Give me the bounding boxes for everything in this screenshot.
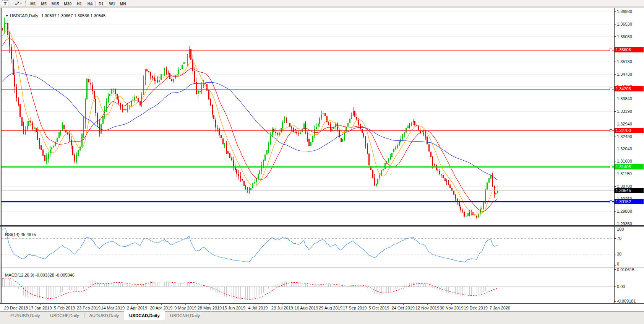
- date-tick-label: 29 Dec 2018: [4, 306, 28, 310]
- arrows-tool-button[interactable]: ▾: [14, 1, 23, 6]
- toolbar-separator: [11, 1, 11, 6]
- tab-usdchf-daily[interactable]: USDCHF,Daily: [45, 312, 84, 319]
- symbol-tab-bar: EURUSD,DailyUSDCHF,DailyAUDUSD,DailyUSDC…: [0, 311, 644, 324]
- price-tick-label: 1.31600: [617, 159, 632, 163]
- timeframe-button-m30[interactable]: M30: [62, 1, 73, 7]
- date-tick-label: 4 Jul 2019: [248, 306, 268, 310]
- price-tag-1.30152: 1.30152: [615, 199, 644, 204]
- date-tick-label: 30 Nov 2019: [440, 306, 463, 310]
- price-tick-label: 1.35180: [617, 59, 632, 64]
- timeframe-button-d1[interactable]: D1: [96, 1, 106, 7]
- tab-separator: [205, 313, 205, 318]
- macd-tick-label: 0.00: [617, 284, 625, 289]
- dropdown-caret-icon: ▾: [20, 2, 22, 5]
- timeframe-button-mn[interactable]: MN: [118, 1, 128, 7]
- price-tag-1.35606: 1.35606: [615, 47, 644, 52]
- tab-usdcad-daily[interactable]: USDCAD,Daily: [124, 311, 165, 320]
- tab-audusd-daily[interactable]: AUDUSD,Daily: [84, 312, 124, 319]
- price-tick-label: 1.32040: [617, 147, 632, 151]
- rsi-tick-label: 100: [617, 227, 624, 231]
- date-tick-label: 29 Aug 2019: [319, 306, 342, 310]
- rsi-name: RSI(14): [5, 232, 19, 237]
- svg-text:1.34206: 1.34206: [616, 86, 631, 91]
- date-tick-label: 5 Oct 2019: [369, 306, 389, 310]
- text-tool-button[interactable]: T: [2, 0, 8, 6]
- date-tick-label: 17 Jan 2019: [29, 306, 52, 310]
- macd-signal-value: -0.005046: [55, 273, 75, 277]
- rsi-tick-label: 30: [617, 252, 621, 256]
- date-tick-label: 23 Feb 2019: [77, 306, 101, 310]
- rsi-indicator-label: RSI(14) 45.4875: [3, 228, 36, 237]
- date-tick-label: 28 May 2019: [198, 306, 222, 310]
- rsi-tick-label: 0: [617, 262, 619, 266]
- tab-eurusd-daily[interactable]: EURUSD,Daily: [5, 312, 45, 319]
- date-tick-label: 5 Feb 2019: [54, 306, 75, 310]
- date-tick-label: 20 Apr 2019: [150, 306, 172, 310]
- hline-handle[interactable]: [610, 201, 612, 203]
- date-tick-label: 19 Dec 2019: [464, 306, 488, 310]
- date-tick-label: 14 Mar 2019: [101, 306, 125, 310]
- date-tick-label: 2 Apr 2019: [127, 306, 147, 310]
- timeframe-button-h1[interactable]: H1: [74, 1, 84, 7]
- tab-usdcnh-daily[interactable]: USDCNH,Daily: [165, 312, 205, 319]
- timeframe-buttons: M1M5M15M30H1H4D1W1MN: [28, 0, 128, 7]
- price-tick-label: 1.33840: [617, 96, 632, 101]
- hline-handle[interactable]: [610, 166, 612, 168]
- chart-symbol-label: USDCAD,Daily: [10, 13, 38, 18]
- svg-text:1.30545: 1.30545: [616, 188, 631, 193]
- timeframe-button-m1[interactable]: M1: [28, 1, 38, 7]
- macd-main-value: -0.003328: [36, 273, 55, 277]
- price-tick-label: 1.33390: [617, 109, 632, 114]
- hline-handle[interactable]: [610, 130, 612, 132]
- price-tick-label: 1.29350: [617, 221, 632, 226]
- toolbar-separator: [25, 1, 26, 6]
- price-tick-label: 1.36530: [617, 22, 632, 26]
- date-tick-label: 7 Jan 2020: [490, 306, 510, 310]
- svg-text:1.30152: 1.30152: [616, 199, 631, 204]
- date-tick-label: 24 Oct 2019: [392, 306, 415, 310]
- chart-title: ▼USDCAD,Daily1.30537 1.30667 1.30536 1.3…: [3, 9, 105, 18]
- price-tag-1.32700: 1.32700: [615, 128, 644, 133]
- price-tick-label: 1.36080: [617, 34, 632, 39]
- timeframe-button-m5[interactable]: M5: [39, 1, 49, 7]
- toolbar: T ▾ M1M5M15M30H1H4D1W1MN: [0, 0, 644, 7]
- timeframe-button-w1[interactable]: W1: [107, 1, 117, 7]
- date-tick-label: 12 Nov 2019: [415, 306, 439, 310]
- price-tag-1.31405: 1.31405: [615, 164, 644, 169]
- price-tag-1.34206: 1.34206: [615, 86, 644, 91]
- chart-ohlc-values: 1.30537 1.30667 1.30536 1.30545: [41, 13, 105, 18]
- macd-indicator-label: MACD(12,26,9) -0.003328 -0.005046: [3, 268, 75, 277]
- rsi-value: 45.4875: [21, 232, 36, 237]
- hline-handle[interactable]: [610, 88, 612, 90]
- svg-text:1.32700: 1.32700: [616, 128, 631, 133]
- price-tick-label: 1.29800: [617, 209, 632, 213]
- timeframe-button-h4[interactable]: H4: [85, 1, 95, 7]
- arrows-icon: [15, 1, 19, 6]
- price-tick-label: 1.34730: [617, 72, 632, 77]
- svg-text:1.35606: 1.35606: [616, 47, 631, 52]
- macd-tick-label: 0.010615: [617, 267, 634, 272]
- price-tick-label: 1.32490: [617, 134, 632, 139]
- price-tick-label: 1.32940: [617, 122, 632, 126]
- date-tick-label: 15 Jun 2019: [222, 306, 245, 310]
- macd-tick-label: -0.009181: [617, 299, 636, 303]
- date-tick-label: 23 Jul 2019: [271, 306, 293, 310]
- macd-name: MACD(12,26,9): [5, 273, 34, 277]
- date-tick-label: 9 May 2019: [174, 306, 196, 310]
- bid-price-tag: 1.30545: [615, 188, 644, 193]
- timeframe-button-m15[interactable]: M15: [50, 1, 61, 7]
- date-tick-label: 17 Sep 2019: [343, 306, 367, 310]
- chart-menu-triangle-icon: ▼: [5, 14, 8, 18]
- hline-handle[interactable]: [610, 49, 612, 51]
- price-tick-label: 1.31150: [617, 171, 632, 176]
- svg-text:1.31405: 1.31405: [616, 164, 631, 169]
- date-tick-label: 10 Aug 2019: [295, 306, 318, 310]
- price-tick-label: 1.36980: [617, 9, 632, 14]
- rsi-tick-label: 70: [617, 236, 621, 241]
